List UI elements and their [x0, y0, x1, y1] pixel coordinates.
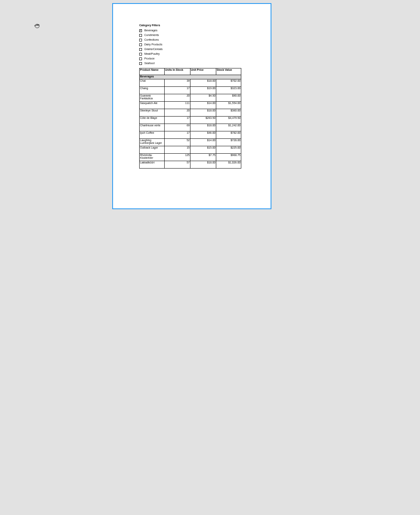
cell-units: 111: [165, 102, 190, 109]
filter-checkbox[interactable]: [139, 43, 142, 46]
filter-row: Dairy Products: [139, 42, 243, 47]
cell-stock-value: $782.00: [216, 131, 241, 139]
cell-unit-price: $18.00: [190, 161, 216, 169]
filter-label: Produce: [144, 56, 154, 61]
cell-stock-value: $968.75: [216, 154, 241, 161]
group-label: Beverages: [140, 75, 241, 79]
cell-product-name: Lakkalikööri: [140, 161, 165, 169]
cell-units: 52: [165, 139, 190, 146]
cell-stock-value: $90.00: [216, 94, 241, 102]
table-row: Steeleye Stout20$18.00$360.00: [140, 109, 241, 117]
cell-stock-value: $4,479.50: [216, 117, 241, 124]
filter-checkbox[interactable]: [139, 62, 142, 65]
report-page: Category Filters BeveragesCondimentsConf…: [112, 3, 271, 209]
table-row: Outback Lager15$15.00$225.00: [140, 146, 241, 154]
filter-label: Dairy Products: [144, 42, 162, 47]
cell-product-name: Steeleye Stout: [140, 109, 165, 117]
table-header-row: Product Name Units In Stock Unit Price S…: [140, 68, 241, 75]
table-row: Côte de Blaye17$263.50$4,479.50: [140, 117, 241, 124]
cell-stock-value: $702.00: [216, 79, 241, 87]
cell-stock-value: $1,554.00: [216, 102, 241, 109]
cell-units: 17: [165, 131, 190, 139]
filter-label: Grains/Cereals: [144, 47, 163, 52]
filter-row: Produce: [139, 56, 243, 61]
cell-unit-price: $14.00: [190, 102, 216, 109]
filter-row: Condiments: [139, 33, 243, 38]
cell-stock-value: $1,026.00: [216, 161, 241, 169]
table-row: Ipoh Coffee17$46.00$782.00: [140, 131, 241, 139]
cell-unit-price: $4.50: [190, 94, 216, 102]
cell-unit-price: $19.00: [190, 87, 216, 94]
table-row: Lakkalikööri57$18.00$1,026.00: [140, 161, 241, 169]
filter-checkbox[interactable]: [139, 29, 142, 32]
cell-units: 15: [165, 146, 190, 154]
col-header-product-name: Product Name: [140, 68, 165, 75]
cell-product-name: Chang: [140, 87, 165, 94]
cell-stock-value: $360.00: [216, 109, 241, 117]
cell-units: 17: [165, 117, 190, 124]
table-row: Rhönbräu Klosterbier125$7.75$968.75: [140, 154, 241, 161]
cell-units: 17: [165, 87, 190, 94]
filters-list: BeveragesCondimentsConfectionsDairy Prod…: [139, 28, 243, 66]
cell-product-name: Chartreuse verte: [140, 124, 165, 131]
cell-unit-price: $18.00: [190, 124, 216, 131]
cell-units: 39: [165, 79, 190, 87]
filter-label: Condiments: [144, 33, 159, 38]
cell-stock-value: $323.00: [216, 87, 241, 94]
table-row: Chang17$19.00$323.00: [140, 87, 241, 94]
col-header-units: Units In Stock: [165, 68, 190, 75]
filter-label: Confections: [144, 38, 159, 42]
cell-unit-price: $46.00: [190, 131, 216, 139]
cell-product-name: Outback Lager: [140, 146, 165, 154]
table-row: Laughing Lumberjack Lager52$14.00$728.00: [140, 139, 241, 146]
table-row: Chartreuse verte69$18.00$1,242.00: [140, 124, 241, 131]
grab-cursor-icon: [34, 22, 41, 29]
cell-units: 125: [165, 154, 190, 161]
cell-units: 69: [165, 124, 190, 131]
filter-row: Beverages: [139, 28, 243, 33]
filter-checkbox[interactable]: [139, 57, 142, 60]
cell-product-name: Sasquatch Ale: [140, 102, 165, 109]
products-table: Product Name Units In Stock Unit Price S…: [139, 68, 241, 169]
cell-unit-price: $7.75: [190, 154, 216, 161]
filter-checkbox[interactable]: [139, 39, 142, 41]
cell-units: 20: [165, 94, 190, 102]
filter-label: Meat/Poultry: [144, 52, 160, 56]
filter-row: Seafood: [139, 61, 243, 66]
table-row: Chai39$18.00$702.00: [140, 79, 241, 87]
cell-units: 57: [165, 161, 190, 169]
cell-unit-price: $14.00: [190, 139, 216, 146]
table-row: Sasquatch Ale111$14.00$1,554.00: [140, 102, 241, 109]
cell-unit-price: $18.00: [190, 79, 216, 87]
cell-stock-value: $1,242.00: [216, 124, 241, 131]
table-row: Guaraná Fantástica20$4.50$90.00: [140, 94, 241, 102]
cell-units: 20: [165, 109, 190, 117]
filter-row: Meat/Poultry: [139, 52, 243, 56]
cell-unit-price: $18.00: [190, 109, 216, 117]
cell-product-name: Rhönbräu Klosterbier: [140, 154, 165, 161]
cell-product-name: Ipoh Coffee: [140, 131, 165, 139]
cell-product-name: Côte de Blaye: [140, 117, 165, 124]
filters-title: Category Filters: [139, 24, 243, 27]
filter-label: Seafood: [144, 61, 154, 66]
cell-stock-value: $728.00: [216, 139, 241, 146]
filter-checkbox[interactable]: [139, 48, 142, 51]
filter-checkbox[interactable]: [139, 53, 142, 56]
cell-unit-price: $263.50: [190, 117, 216, 124]
cell-product-name: Chai: [140, 79, 165, 87]
filter-row: Confections: [139, 38, 243, 42]
cell-stock-value: $225.00: [216, 146, 241, 154]
col-header-unit-price: Unit Price: [190, 68, 216, 75]
report-content: Category Filters BeveragesCondimentsConf…: [139, 24, 243, 169]
table-group-header: Beverages: [140, 75, 241, 79]
cell-unit-price: $15.00: [190, 146, 216, 154]
cell-product-name: Guaraná Fantástica: [140, 94, 165, 102]
col-header-stock-value: Stock Value: [216, 68, 241, 75]
cell-product-name: Laughing Lumberjack Lager: [140, 139, 165, 146]
filter-checkbox[interactable]: [139, 34, 142, 37]
filter-row: Grains/Cereals: [139, 47, 243, 52]
filter-label: Beverages: [144, 28, 157, 33]
